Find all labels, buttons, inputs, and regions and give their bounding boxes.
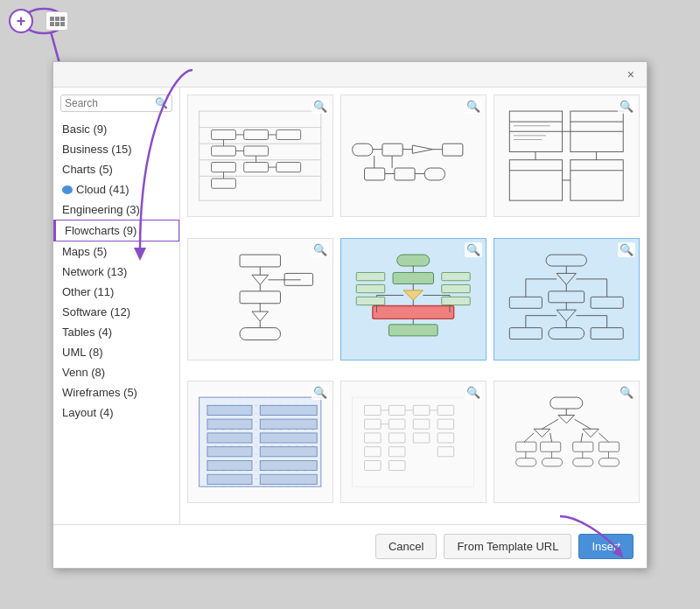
svg-rect-58	[240, 290, 280, 303]
svg-rect-9	[276, 130, 301, 139]
sidebar-item-other[interactable]: Other (11)	[53, 282, 179, 302]
template-preview-5	[348, 245, 479, 354]
zoom-icon-6[interactable]: 🔍	[618, 242, 635, 257]
template-card-6[interactable]: 🔍	[494, 238, 640, 360]
svg-rect-34	[424, 168, 444, 180]
sidebar-item-flowcharts[interactable]: Flowcharts (9)	[53, 220, 179, 242]
svg-rect-95	[510, 297, 542, 308]
svg-rect-65	[397, 255, 430, 266]
insert-button[interactable]: Insert	[578, 534, 634, 559]
svg-rect-164	[599, 458, 620, 466]
svg-rect-88	[549, 290, 584, 302]
from-template-url-button[interactable]: From Template URL	[444, 534, 571, 559]
template-card-1[interactable]: 🔍	[187, 94, 333, 217]
zoom-icon-2[interactable]: 🔍	[465, 99, 482, 114]
svg-rect-62	[240, 327, 280, 340]
template-card-5[interactable]: 🔍	[340, 238, 486, 360]
cancel-button[interactable]: Cancel	[375, 534, 437, 559]
dialog-close-button[interactable]: ×	[624, 67, 638, 81]
svg-marker-60	[252, 312, 269, 321]
svg-rect-98	[591, 297, 623, 308]
sidebar-item-uml[interactable]: UML (8)	[53, 342, 179, 362]
sidebar-item-wireframes[interactable]: Wireframes (5)	[53, 382, 179, 402]
template-card-8[interactable]: 🔍	[340, 381, 486, 503]
sidebar-item-tables[interactable]: Tables (4)	[53, 322, 179, 342]
svg-rect-84	[546, 255, 586, 266]
svg-line-150	[550, 433, 552, 442]
svg-marker-56	[252, 275, 269, 284]
svg-marker-27	[413, 145, 433, 153]
svg-marker-69	[403, 290, 423, 299]
svg-rect-92	[549, 327, 584, 339]
svg-rect-67	[393, 272, 433, 284]
search-input[interactable]	[65, 97, 153, 109]
svg-rect-82	[357, 297, 385, 304]
template-card-3[interactable]: 🔍	[494, 94, 640, 217]
svg-line-149	[524, 433, 534, 442]
sidebar-item-software[interactable]: Software (12)	[53, 302, 179, 322]
svg-rect-111	[261, 419, 318, 429]
template-card-2[interactable]: 🔍	[340, 94, 486, 217]
svg-rect-12	[212, 162, 236, 172]
template-preview-9	[501, 388, 632, 496]
sidebar-item-layout[interactable]: Layout (4)	[53, 402, 179, 423]
template-preview-8	[348, 388, 479, 496]
zoom-icon-5[interactable]: 🔍	[465, 242, 482, 257]
zoom-icon-1[interactable]: 🔍	[312, 99, 329, 114]
template-card-4[interactable]: 🔍	[187, 238, 333, 360]
svg-rect-10	[212, 146, 236, 156]
dialog-footer: Cancel From Template URL Insert	[53, 524, 647, 568]
svg-rect-15	[212, 178, 236, 188]
svg-rect-43	[510, 160, 563, 200]
cloud-icon	[62, 186, 73, 194]
sidebar-item-basic[interactable]: Basic (9)	[53, 119, 179, 139]
zoom-icon-4[interactable]: 🔍	[312, 242, 329, 257]
svg-marker-90	[556, 310, 576, 321]
svg-rect-108	[207, 406, 252, 416]
template-card-7[interactable]: 🔍	[187, 381, 333, 503]
template-preview-6	[501, 245, 632, 354]
add-button[interactable]: +	[9, 9, 33, 33]
sidebar-item-business[interactable]: Business (15)	[53, 139, 179, 159]
plus-icon: +	[17, 13, 26, 29]
svg-rect-71	[373, 305, 454, 318]
svg-rect-113	[261, 433, 318, 443]
svg-rect-158	[516, 458, 536, 466]
sidebar-item-charts[interactable]: Charts (5)	[53, 159, 179, 179]
zoom-icon-8[interactable]: 🔍	[465, 385, 482, 400]
svg-rect-116	[207, 461, 252, 471]
template-dialog: × 🔍 Basic (9) Business (15) Charts (5) C…	[52, 61, 648, 569]
svg-rect-64	[284, 273, 312, 285]
svg-rect-23	[353, 144, 373, 156]
sidebar-item-cloud[interactable]: Cloud (41)	[53, 179, 179, 200]
sidebar-item-maps[interactable]: Maps (5)	[53, 242, 179, 262]
zoom-icon-3[interactable]: 🔍	[618, 99, 635, 114]
sidebar-item-engineering[interactable]: Engineering (3)	[53, 200, 179, 220]
svg-rect-112	[207, 433, 252, 443]
template-preview-1	[195, 102, 326, 210]
svg-rect-14	[276, 162, 301, 172]
svg-rect-155	[573, 442, 593, 452]
grid-icon	[50, 17, 65, 26]
dialog-body: 🔍 Basic (9) Business (15) Charts (5) Clo…	[53, 88, 647, 524]
sidebar-item-network[interactable]: Network (13)	[53, 262, 179, 282]
svg-rect-73	[389, 324, 438, 335]
sidebar-item-venn[interactable]: Venn (8)	[53, 362, 179, 382]
search-icon: 🔍	[155, 97, 168, 109]
template-card-9[interactable]: 🔍	[494, 381, 640, 503]
svg-rect-154	[541, 442, 561, 452]
svg-rect-30	[365, 168, 385, 180]
svg-line-146	[575, 419, 592, 429]
svg-marker-144	[558, 416, 575, 424]
svg-line-152	[599, 433, 609, 442]
svg-rect-29	[443, 144, 463, 156]
search-box[interactable]: 🔍	[60, 94, 172, 112]
svg-rect-8	[244, 130, 269, 139]
toolbar: +	[9, 9, 68, 33]
grid-button[interactable]	[46, 11, 68, 31]
template-preview-7	[195, 388, 326, 496]
zoom-icon-9[interactable]: 🔍	[618, 385, 635, 400]
svg-rect-25	[382, 144, 402, 156]
svg-rect-114	[207, 447, 252, 457]
zoom-icon-7[interactable]: 🔍	[312, 385, 329, 400]
